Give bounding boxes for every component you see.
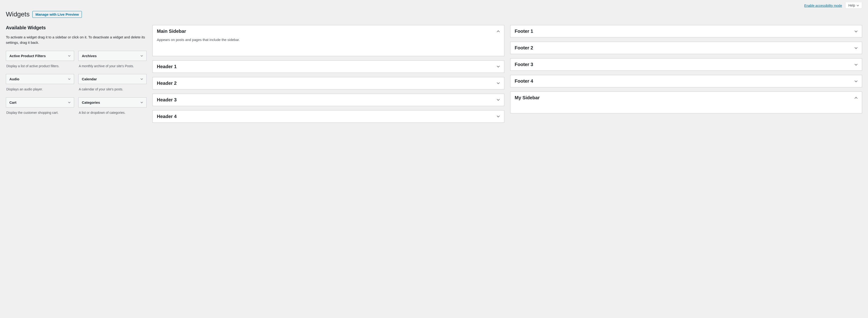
available-widgets-description: To activate a widget drag it to a sideba… xyxy=(6,35,147,45)
chevron-down-icon xyxy=(857,4,859,7)
chevron-down-icon xyxy=(855,80,858,83)
chevron-down-icon xyxy=(497,81,500,85)
widget-calendar[interactable]: Calendar xyxy=(78,74,147,84)
screen-options-row: Enable accessibility mode Help xyxy=(6,2,862,9)
help-label: Help xyxy=(848,3,855,7)
widget-label: Audio xyxy=(9,77,20,81)
area-header-1: Header 1 xyxy=(152,61,504,73)
widget-description: Displays an audio player. xyxy=(6,84,74,96)
widget-cart[interactable]: Cart xyxy=(6,97,74,107)
widget-description: A calendar of your site's posts. xyxy=(78,84,147,96)
chevron-down-icon xyxy=(141,78,143,80)
enable-accessibility-link[interactable]: Enable accessibility mode xyxy=(804,4,842,7)
area-title: Footer 2 xyxy=(515,45,533,50)
chevron-down-icon xyxy=(497,98,500,101)
area-footer-4: Footer 4 xyxy=(510,75,862,87)
chevron-down-icon xyxy=(68,55,70,57)
chevron-up-icon xyxy=(855,96,858,100)
help-toggle-button[interactable]: Help xyxy=(845,2,862,9)
area-footer-3: Footer 3 xyxy=(510,58,862,71)
area-title: Header 1 xyxy=(157,64,177,69)
area-title: Footer 1 xyxy=(515,29,533,34)
widget-description: Display a list of active product filters… xyxy=(6,61,74,73)
area-header-toggle[interactable]: Header 1 xyxy=(153,61,504,73)
chevron-down-icon xyxy=(68,101,70,104)
chevron-down-icon xyxy=(141,101,143,104)
chevron-down-icon xyxy=(141,55,143,57)
area-main-sidebar: Main Sidebar Appears on posts and pages … xyxy=(152,25,504,56)
area-header-toggle[interactable]: Footer 3 xyxy=(510,59,862,70)
widget-label: Cart xyxy=(9,101,17,104)
area-title: Header 2 xyxy=(157,80,177,86)
chevron-down-icon xyxy=(497,65,500,68)
widget-description: A list or dropdown of categories. xyxy=(78,107,147,119)
manage-live-preview-button[interactable]: Manage with Live Preview xyxy=(32,11,82,18)
chevron-down-icon xyxy=(855,63,858,66)
widget-label: Active Product Filters xyxy=(9,54,46,58)
area-header-toggle[interactable]: Header 2 xyxy=(153,77,504,89)
area-drop-zone[interactable] xyxy=(153,46,504,56)
widget-active-product-filters[interactable]: Active Product Filters xyxy=(6,51,74,61)
available-widgets-heading: Available Widgets xyxy=(6,25,147,30)
chevron-down-icon xyxy=(497,115,500,118)
area-header-2: Header 2 xyxy=(152,77,504,90)
area-title: Header 3 xyxy=(157,97,177,103)
area-title: Header 4 xyxy=(157,114,177,119)
area-header-toggle[interactable]: Footer 1 xyxy=(510,25,862,37)
widget-categories[interactable]: Categories xyxy=(78,97,147,107)
area-footer-2: Footer 2 xyxy=(510,42,862,54)
area-header-toggle[interactable]: Header 4 xyxy=(153,110,504,122)
chevron-down-icon xyxy=(855,46,858,50)
widget-label: Categories xyxy=(82,101,100,104)
widget-label: Calendar xyxy=(82,77,97,81)
area-title: Footer 4 xyxy=(515,78,533,84)
page-title-row: Widgets Manage with Live Preview xyxy=(6,10,862,18)
widget-label: Archives xyxy=(82,54,97,58)
area-header-4: Header 4 xyxy=(152,110,504,123)
area-header-toggle[interactable]: Header 3 xyxy=(153,94,504,106)
area-title: Footer 3 xyxy=(515,62,533,67)
area-drop-zone[interactable] xyxy=(510,104,862,113)
chevron-down-icon xyxy=(68,78,70,80)
available-widgets-panel: Available Widgets To activate a widget d… xyxy=(6,25,147,120)
widget-archives[interactable]: Archives xyxy=(78,51,147,61)
page-title: Widgets xyxy=(6,10,30,18)
area-header-3: Header 3 xyxy=(152,94,504,106)
widget-description: Display the customer shopping cart. xyxy=(6,107,74,119)
widget-description: A monthly archive of your site's Posts. xyxy=(78,61,147,73)
area-header-toggle[interactable]: Footer 2 xyxy=(510,42,862,54)
widget-audio[interactable]: Audio xyxy=(6,74,74,84)
chevron-down-icon xyxy=(855,30,858,33)
area-description: Appears on posts and pages that include … xyxy=(153,37,504,46)
area-footer-1: Footer 1 xyxy=(510,25,862,37)
area-title: My Sidebar xyxy=(515,95,540,101)
area-header-my-sidebar[interactable]: My Sidebar xyxy=(510,92,862,104)
sidebar-areas-column-1: Main Sidebar Appears on posts and pages … xyxy=(152,25,504,127)
area-my-sidebar: My Sidebar xyxy=(510,92,862,113)
chevron-up-icon xyxy=(497,30,500,33)
area-header-toggle[interactable]: Footer 4 xyxy=(510,75,862,87)
area-title: Main Sidebar xyxy=(157,29,186,34)
sidebar-areas-column-2: Footer 1 Footer 2 Footer 3 Footer 4 xyxy=(510,25,862,117)
area-header-main-sidebar[interactable]: Main Sidebar xyxy=(153,25,504,37)
